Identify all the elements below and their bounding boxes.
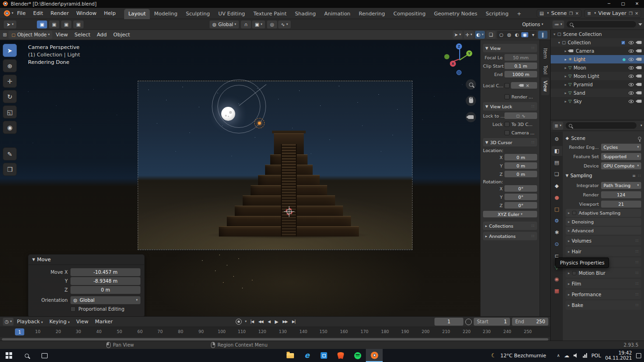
timeline-menu-keying[interactable]: Keying▾	[46, 319, 73, 325]
outliner-row-moon-light[interactable]: ▸ ▽ Moon Light	[551, 72, 644, 80]
eye-icon[interactable]	[629, 100, 634, 103]
select-mode-extend-icon[interactable]: ▣	[49, 21, 59, 28]
workspace-tab-shading[interactable]: Shading	[291, 9, 320, 19]
outliner-filter-icon[interactable]	[638, 23, 642, 26]
options-dropdown[interactable]: Options ▾	[519, 21, 546, 28]
hair-panel-header[interactable]: ▸Hair∷	[566, 247, 641, 256]
local-camera-field[interactable]: ✕	[511, 82, 537, 89]
auto-keying-record-button[interactable]	[236, 319, 242, 325]
shading-caret-icon[interactable]: ▾	[531, 33, 536, 37]
proportional-falloff-dropdown[interactable]: ∿ ▾	[278, 21, 291, 28]
render-visibility-icon[interactable]	[637, 83, 642, 86]
3d-viewport[interactable]: ⊞ ▢ Object Mode ▾ View Select Add Object…	[0, 30, 551, 316]
workspace-tab-uv-editing[interactable]: UV Editing	[214, 9, 249, 19]
keying-set-caret-icon[interactable]: ▾	[245, 320, 247, 323]
select-mode-subtract-icon[interactable]: ▣	[61, 21, 71, 28]
tab-view-layer-properties[interactable]: ❏	[552, 169, 562, 179]
view-layer-selector[interactable]: ≣ ▾ View Layer ❐ ✕	[584, 9, 641, 18]
properties-search-input[interactable]	[565, 122, 637, 129]
tool-transform[interactable]: ◉	[3, 121, 17, 134]
x-axis-ball[interactable]: X	[450, 61, 456, 67]
outliner-row-camera[interactable]: ▸ Camera	[551, 47, 644, 55]
annotations-handle-icon[interactable]: ∷	[532, 234, 535, 238]
taskbar-app-edge[interactable]: e	[299, 349, 315, 362]
render-engine-dropdown[interactable]: Cycles▾	[601, 144, 641, 151]
tab-object-properties[interactable]: □	[552, 204, 562, 214]
tab-texture-properties[interactable]: ▦	[552, 286, 562, 296]
zoom-tool-icon[interactable]	[466, 79, 476, 90]
local-camera-clear-icon[interactable]: ✕	[526, 83, 530, 88]
scene-name[interactable]: Scene	[551, 10, 567, 16]
mode-dropdown[interactable]: ▢ Object Mode ▾	[8, 31, 52, 39]
scene-selector[interactable]: ▤ ▾ Scene ❐ ✕	[537, 9, 581, 18]
collections-handle-icon[interactable]: ∷	[532, 223, 535, 228]
shading-wireframe-icon[interactable]: ○	[498, 32, 505, 37]
close-button[interactable]: ✕	[630, 0, 644, 8]
properties-filter-caret-icon[interactable]: ▾	[640, 124, 642, 127]
tool-add-cube[interactable]: ❒	[3, 163, 17, 176]
language-indicator[interactable]: POL	[591, 353, 601, 358]
y-neg-axis-ball[interactable]	[444, 54, 449, 59]
editor-type-icon[interactable]: ⊞	[3, 32, 7, 37]
tool-annotate[interactable]: ✎	[3, 147, 17, 160]
timeline-editor-type-dropdown[interactable]: ◷▾	[3, 318, 14, 326]
shading-rendered-icon[interactable]: ◉	[521, 32, 528, 37]
cursor-rot-z-field[interactable]: 0°	[504, 202, 537, 209]
selectability-dropdown[interactable]: ➤▾	[453, 31, 462, 39]
snap-toggle-icon[interactable]: ∩	[241, 21, 251, 28]
film-panel-header[interactable]: ▸Film∷	[566, 279, 641, 288]
remove-view-layer-icon[interactable]: ✕	[635, 11, 638, 16]
camera-to-view-checkbox[interactable]	[504, 130, 510, 135]
view-layer-name[interactable]: View Layer	[598, 10, 626, 16]
proportional-editing-icon[interactable]: ◎	[267, 21, 277, 28]
jump-to-start-button[interactable]: |◀	[249, 319, 256, 325]
play-reverse-button[interactable]: ◀	[266, 319, 272, 325]
viewport-menu-add[interactable]: Add	[93, 32, 110, 38]
feature-set-dropdown[interactable]: Supported▾	[601, 153, 641, 160]
eye-icon[interactable]	[629, 83, 634, 86]
n-panel-tab-tool[interactable]: Tool	[541, 62, 549, 77]
cursor-loc-z-field[interactable]: 0 m	[504, 171, 537, 177]
lock-to-object-field[interactable]: ▢∿	[504, 112, 537, 119]
3d-cursor-header[interactable]: ▼3D Cursor∷	[483, 138, 537, 146]
action-center-icon[interactable]	[636, 353, 641, 358]
move-panel-header[interactable]: ▼ Move	[28, 255, 144, 265]
outliner-row-scene-collection[interactable]: ▾ ▢ Scene Collection	[551, 30, 644, 38]
tab-output-properties[interactable]: ▤	[552, 158, 562, 167]
cursor-rot-x-field[interactable]: 0°	[504, 185, 537, 192]
taskbar-app-explorer[interactable]	[282, 349, 299, 362]
start-button[interactable]	[0, 349, 18, 362]
eye-icon[interactable]	[629, 91, 634, 95]
timeline-ruler[interactable]: 1 10 20 30 40 50 60 70 80 90 100 110 120…	[0, 327, 550, 337]
taskbar-app-brave[interactable]	[332, 349, 349, 362]
eye-icon[interactable]	[629, 41, 634, 44]
shading-material-icon[interactable]: ◐	[514, 32, 521, 37]
active-tool-button[interactable]: ➤ ▾	[4, 21, 16, 28]
motion-blur-panel-header[interactable]: ▸Motion Blur∷	[566, 268, 641, 278]
overlays-dropdown[interactable]: ◐▾	[475, 31, 485, 39]
tab-modifier-properties[interactable]: ⚙	[552, 216, 562, 226]
tool-move[interactable]: ✛	[3, 75, 17, 88]
workspace-tab-texture-paint[interactable]: Texture Paint	[249, 9, 291, 19]
navigation-gizmo[interactable]: Z Y X	[440, 40, 479, 79]
menu-window[interactable]: Window	[72, 10, 100, 16]
move-y-field[interactable]: -8.9348 m	[70, 277, 140, 285]
collections-panel-header[interactable]: ▸Collections∷	[483, 222, 537, 230]
jump-to-end-button[interactable]: ▶|	[290, 319, 297, 325]
collection-checkbox[interactable]: ✓	[621, 40, 625, 44]
performance-handle-icon[interactable]: ∷	[636, 292, 639, 297]
z-neg-axis-ball[interactable]	[456, 70, 462, 75]
browse-scene-icon[interactable]: ▤	[539, 11, 544, 16]
properties-editor-type-dropdown[interactable]: ≣▾	[553, 122, 563, 130]
new-scene-icon[interactable]: ❐	[569, 11, 573, 16]
outliner-row-sand[interactable]: ▸ ▽ Sand	[551, 89, 644, 97]
maximize-button[interactable]: ▢	[616, 0, 630, 8]
volume-icon[interactable]	[574, 353, 579, 358]
outliner-row-moon[interactable]: ▸ ▽ Moon	[551, 63, 644, 72]
tab-render-properties[interactable]: ◧	[552, 146, 562, 156]
tab-material-properties[interactable]: ◉	[552, 274, 562, 284]
minimize-button[interactable]: ─	[602, 0, 616, 8]
workspace-tab-compositing[interactable]: Compositing	[389, 9, 430, 19]
current-frame-field[interactable]: 1	[434, 318, 463, 326]
move-x-field[interactable]: -10.457 m	[70, 268, 140, 276]
